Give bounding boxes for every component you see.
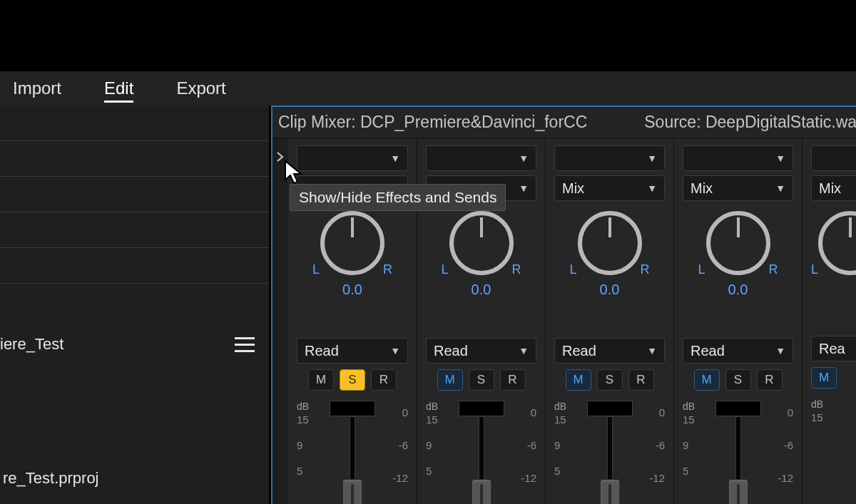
fx-slot-dropdown[interactable]: ▼ [297, 145, 408, 171]
pan-right-label: R [512, 262, 521, 277]
tooltip-effects-sends: Show/Hide Effects and Sends [290, 184, 506, 211]
mute-solo-record-row: M S R [683, 369, 793, 391]
automation-mode-dropdown[interactable]: Read ▼ [554, 338, 665, 364]
automation-mode-value: Read [691, 343, 725, 359]
solo-button[interactable]: S [340, 369, 365, 391]
channel-strip: ▼ Mix ▼ L R 0.0 [673, 138, 802, 504]
project-row[interactable] [0, 177, 269, 212]
mute-button[interactable]: M [308, 369, 334, 391]
record-button[interactable]: R [628, 369, 654, 391]
automation-mode-value: Read [305, 343, 339, 359]
chevron-down-icon: ▼ [775, 182, 785, 194]
pan-knob[interactable] [449, 211, 514, 275]
pan-knob[interactable] [706, 211, 770, 275]
fader-area: dB 15 9 5 -1 [297, 401, 408, 504]
chevron-down-icon: ▼ [519, 182, 529, 194]
project-row[interactable] [0, 212, 269, 248]
fader-track[interactable] [710, 401, 766, 504]
send-value: Mix [562, 180, 584, 197]
pan-control: L [811, 211, 856, 296]
fader-scale-left: dB 15 9 5 -1 [683, 401, 710, 504]
solo-button[interactable]: S [725, 369, 751, 391]
tab-import[interactable]: Import [13, 78, 61, 98]
project-row[interactable] [0, 141, 269, 177]
pan-control: L R 0.0 [554, 211, 665, 298]
db-unit-label: dB [426, 401, 438, 412]
automation-mode-dropdown[interactable]: Rea [811, 336, 856, 361]
db-unit-label: dB [554, 401, 566, 412]
tab-export[interactable]: Export [176, 78, 225, 98]
fader-handle[interactable] [342, 479, 362, 504]
pan-left-label: L [442, 262, 449, 277]
pan-left-label: L [811, 262, 818, 277]
fx-slot-dropdown[interactable]: ▼ [426, 145, 536, 171]
fx-slot-dropdown[interactable]: ▼ [554, 145, 665, 171]
pan-right-label: R [769, 262, 778, 277]
pan-knob[interactable] [320, 211, 384, 275]
project-file-name: re_Test.prproj [0, 469, 269, 488]
peak-meter [330, 401, 375, 416]
fader-handle[interactable] [728, 479, 748, 504]
workspace: iere_Test re_Test.prproj Clip Mixer: DCP… [0, 106, 856, 504]
fader-scale-left: dB 15 9 5 -1 [297, 401, 324, 504]
pan-control: L R 0.0 [683, 211, 793, 298]
record-button[interactable]: R [757, 369, 783, 391]
record-button[interactable]: R [371, 369, 397, 391]
mute-solo-record-row: M S R [426, 369, 536, 391]
pan-left-label: L [312, 262, 320, 277]
send-dropdown[interactable]: Mix [811, 175, 856, 201]
mute-button[interactable]: M [566, 369, 591, 391]
automation-mode-dropdown[interactable]: Read ▼ [683, 338, 793, 364]
fader-area: dB 15 9 5 -1 [683, 401, 793, 504]
automation-mode-dropdown[interactable]: Read ▼ [426, 338, 536, 364]
fx-slot-dropdown[interactable] [811, 145, 856, 171]
automation-mode-value: Read [434, 343, 468, 359]
fader-track[interactable] [581, 401, 638, 504]
mute-button[interactable]: M [811, 367, 837, 389]
tab-clip-mixer[interactable]: Clip Mixer: DCP_Premiere&Davinci_forCC [278, 113, 587, 132]
tab-edit[interactable]: Edit [104, 78, 133, 98]
fader-scale-right: 0 -6 -12 -18 [638, 401, 665, 504]
workspace-tabs: Import Edit Export [0, 71, 856, 106]
pan-value: 0.0 [600, 282, 620, 298]
mute-button[interactable]: M [694, 369, 720, 391]
fader-scale-left: dB 15 [811, 398, 838, 504]
solo-button[interactable]: S [469, 369, 494, 391]
fx-slot-dropdown[interactable]: ▼ [683, 145, 793, 171]
automation-mode-dropdown[interactable]: Read ▼ [297, 338, 408, 364]
project-row[interactable] [0, 106, 269, 141]
pan-value: 0.0 [472, 282, 491, 298]
chevron-down-icon: ▼ [647, 182, 657, 194]
db-unit-label: dB [683, 401, 695, 412]
chevron-down-icon: ▼ [647, 345, 657, 356]
solo-button[interactable]: S [597, 369, 623, 391]
tab-source[interactable]: Source: DeepDigitalStatic.wav [644, 113, 856, 132]
pan-value: 0.0 [342, 282, 362, 298]
panel-menu-icon[interactable] [235, 337, 255, 352]
chevron-down-icon: ▼ [519, 345, 529, 356]
mute-solo-record-row: M [811, 367, 856, 389]
fader-track[interactable] [324, 401, 381, 504]
send-dropdown[interactable]: Mix ▼ [554, 175, 665, 201]
chevron-down-icon: ▼ [775, 153, 785, 164]
mouse-cursor-icon [284, 160, 304, 185]
project-row[interactable] [0, 248, 269, 284]
fader-handle[interactable] [600, 479, 620, 504]
db-unit-label: dB [811, 398, 823, 410]
mute-solo-record-row: M S R [554, 369, 665, 391]
pan-knob[interactable] [578, 211, 642, 275]
record-button[interactable]: R [500, 369, 526, 391]
project-section-header: iere_Test [0, 326, 269, 362]
send-dropdown[interactable]: Mix ▼ [683, 175, 793, 201]
fader-track[interactable] [453, 401, 509, 504]
chevron-down-icon: ▼ [519, 153, 529, 164]
mute-solo-record-row: M S R [297, 369, 408, 391]
project-bin-list [0, 106, 269, 284]
fader-area: dB 15 9 5 -1 [554, 401, 665, 504]
fader-scale-left: dB 15 9 5 -1 [554, 401, 581, 504]
pan-value: 0.0 [728, 282, 748, 298]
mute-button[interactable]: M [437, 369, 463, 391]
db-unit-label: dB [297, 401, 309, 412]
fader-handle[interactable] [472, 479, 491, 504]
fader-scale-right: 0 -6 -12 -18 [509, 401, 536, 504]
